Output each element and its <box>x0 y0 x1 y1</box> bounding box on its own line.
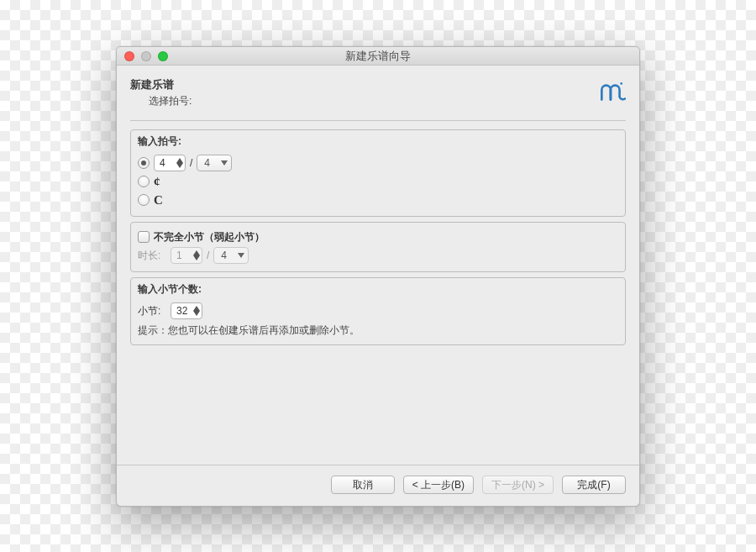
back-button[interactable]: < 上一步(B) <box>403 476 474 494</box>
wizard-header: 新建乐谱 选择拍号: <box>130 77 626 108</box>
page-title: 新建乐谱 <box>130 77 192 92</box>
stepper-arrows-icon[interactable] <box>193 306 200 316</box>
time-signature-label: 输入拍号: <box>131 130 625 152</box>
pickup-label: 不完全小节（弱起小节） <box>154 230 265 244</box>
chevron-down-icon <box>238 253 244 258</box>
measures-count-label: 小节: <box>138 304 166 318</box>
timesig-common-radio[interactable] <box>138 194 150 206</box>
time-signature-group: 输入拍号: 4 / 4 <box>130 129 626 217</box>
timesig-numerator-stepper[interactable]: 4 <box>154 155 186 171</box>
chevron-down-icon <box>221 160 228 166</box>
musescore-logo-icon <box>597 77 626 108</box>
pickup-checkbox[interactable] <box>138 231 150 243</box>
traffic-lights <box>117 51 168 61</box>
measures-group: 输入小节个数: 小节: 32 提示：您也可以在创建乐谱后再添加或删除小节。 <box>130 277 626 345</box>
timesig-fraction-radio[interactable] <box>138 157 150 169</box>
header-divider <box>130 120 626 121</box>
pickup-group: 不完全小节（弱起小节） 时长: 1 / 4 <box>130 222 626 272</box>
close-icon[interactable] <box>124 51 134 61</box>
common-time-symbol-icon: C <box>154 193 163 208</box>
next-button: 下一步(N) > <box>482 476 554 494</box>
measures-count-stepper[interactable]: 32 <box>171 302 202 319</box>
pickup-denominator-combo: 4 <box>213 247 249 264</box>
timesig-denominator-combo[interactable]: 4 <box>197 155 232 171</box>
finish-button[interactable]: 完成(F) <box>562 476 626 494</box>
svg-point-0 <box>620 82 622 85</box>
content-area: 新建乐谱 选择拍号: 输入拍号: 4 <box>117 66 639 465</box>
pickup-duration-label: 时长: <box>138 249 166 263</box>
pickup-numerator-stepper: 1 <box>171 247 202 264</box>
measures-group-label: 输入小节个数: <box>131 278 625 300</box>
window-title: 新建乐谱向导 <box>117 49 639 64</box>
timesig-cut-radio[interactable] <box>138 176 150 187</box>
measures-hint: 提示：您也可以在创建乐谱后再添加或删除小节。 <box>138 323 618 338</box>
cancel-button[interactable]: 取消 <box>331 476 395 494</box>
titlebar: 新建乐谱向导 <box>117 47 639 66</box>
minimize-icon <box>141 51 151 61</box>
zoom-icon[interactable] <box>158 51 168 61</box>
wizard-window: 新建乐谱向导 新建乐谱 选择拍号: 输入拍号: 4 <box>116 46 640 507</box>
stepper-arrows-icon[interactable] <box>176 158 183 168</box>
page-subtitle: 选择拍号: <box>130 94 192 108</box>
cut-time-symbol-icon: ¢ <box>154 175 160 189</box>
slash-label: / <box>190 157 192 169</box>
wizard-footer: 取消 < 上一步(B) 下一步(N) > 完成(F) <box>117 465 639 506</box>
stepper-arrows-icon <box>193 250 200 260</box>
slash-label: / <box>207 250 209 261</box>
